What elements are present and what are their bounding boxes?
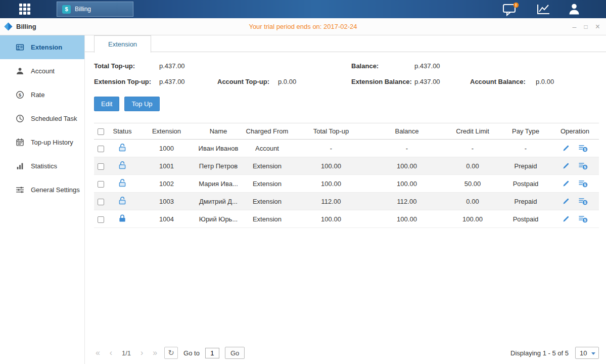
credit-limit: 100.00 [445,215,500,223]
balance: - [369,145,445,152]
row-checkbox[interactable] [98,163,104,170]
window-titlebar: Billing Your trial period ends on: 2017-… [0,18,606,35]
row-checkbox[interactable] [98,146,104,152]
lock-status-icon[interactable] [118,178,127,188]
svg-text:$: $ [584,218,586,222]
goto-page-input[interactable] [205,348,219,358]
lock-status-icon[interactable] [118,196,127,205]
total-topup: 100.00 [293,215,369,223]
charged-from: Account [241,145,293,152]
extension-balance-label: Extension Balance: [351,78,412,85]
balance: 112.00 [369,198,445,205]
next-page-icon[interactable]: › [138,348,146,357]
edit-row-icon[interactable] [562,144,570,152]
account-topup-value: p.0.00 [278,78,296,85]
top-up-row-icon[interactable]: $ [579,162,588,170]
pay-type: Postpaid [500,180,551,188]
trial-notice: Your trial period ends on: 2017-02-24 [0,18,606,35]
charged-from: Extension [241,180,293,188]
svg-text:$: $ [584,147,586,152]
edit-row-icon[interactable] [562,162,570,170]
minimize-icon[interactable]: – [573,23,577,30]
edit-row-icon[interactable] [562,197,570,205]
summary-panel: Total Top-up: p.437.00 Balance: p.437.00… [85,52,606,90]
sidebar-item-general-settings[interactable]: General Settings [0,178,84,202]
sidebar-item-topup-history[interactable]: Top-up History [0,130,84,154]
extension-name: Иван Иванов [196,145,241,152]
row-checkbox[interactable] [98,216,104,223]
edit-row-icon[interactable] [562,179,570,188]
svg-text:!: ! [516,3,517,8]
extension-number: 1004 [137,215,196,223]
go-button[interactable]: Go [225,347,245,359]
extension-number: 1002 [137,180,196,188]
extension-number: 1003 [137,198,196,205]
sidebar-item-label: Scheduled Task [31,115,77,122]
rate-icon: $ [15,90,24,100]
total-topup: - [293,145,369,152]
lock-status-icon[interactable] [118,143,127,152]
first-page-icon[interactable]: « [94,348,102,357]
last-page-icon[interactable]: » [151,348,159,357]
app-tab-label: Billing [75,6,91,13]
extension-name: Мария Ива... [196,180,241,188]
extension-balance-value: p.437.00 [414,78,440,85]
total-topup-label: Total Top-up: [94,62,135,70]
sidebar-item-extension[interactable]: Extension [0,35,84,59]
notifications-icon[interactable]: ! [502,2,519,16]
edit-button[interactable]: Edit [94,97,119,111]
extension-number: 1000 [137,145,196,152]
lock-status-icon[interactable] [118,161,127,170]
total-topup: 100.00 [293,162,369,170]
top-up-row-icon[interactable]: $ [579,197,588,205]
user-account-icon[interactable] [568,3,581,16]
extension-topup-value: p.437.00 [159,78,185,85]
bar-chart-icon [15,162,24,171]
top-up-button[interactable]: Top Up [124,97,159,111]
select-all-checkbox[interactable] [98,128,104,135]
clock-icon [15,114,24,123]
extension-icon [15,43,24,52]
tab-extension[interactable]: Extension [94,35,151,53]
top-up-row-icon[interactable]: $ [579,215,588,223]
credit-limit: 50.00 [445,180,500,188]
app-launcher-icon[interactable] [19,4,30,15]
sidebar: Extension Account $ Rate Scheduled Task [0,35,85,364]
reports-chart-icon[interactable] [536,3,551,15]
edit-row-icon[interactable] [562,215,570,223]
sidebar-item-account[interactable]: Account [0,59,84,83]
close-icon[interactable]: × [595,23,600,31]
pay-type: Prepaid [500,198,551,205]
maximize-icon[interactable]: □ [584,24,587,30]
balance: 100.00 [369,180,445,188]
refresh-icon[interactable]: ↻ [164,347,178,359]
app-tab-billing[interactable]: $ Billing [57,2,133,17]
header-pay-type: Pay Type [500,127,551,135]
prev-page-icon[interactable]: ‹ [107,348,115,357]
row-checkbox[interactable] [98,199,104,205]
sidebar-item-rate[interactable]: $ Rate [0,83,84,107]
sidebar-item-label: General Settings [31,186,80,194]
row-checkbox[interactable] [98,181,104,188]
table-row: 1003 Дмитрий Д... Extension 112.00 112.0… [94,193,599,210]
lock-status-icon[interactable] [118,214,127,223]
sidebar-item-scheduled-task[interactable]: Scheduled Task [0,107,84,130]
page-size-select[interactable]: 10 [575,347,599,359]
table-row: 1002 Мария Ива... Extension 100.00 100.0… [94,175,599,193]
top-up-row-icon[interactable]: $ [579,179,588,188]
pay-type: Prepaid [500,162,551,170]
table-row: 1004 Юрий Юрь... Extension 100.00 100.00… [94,210,599,228]
account-balance-value: p.0.00 [536,78,554,85]
header-operation: Operation [551,127,599,135]
account-balance-label: Account Balance: [470,78,526,85]
balance-value: p.437.00 [414,62,440,70]
sidebar-item-statistics[interactable]: Statistics [0,154,84,178]
extension-name: Петр Петров [196,162,241,170]
page-size-value: 10 [580,349,587,357]
credit-limit: 0.00 [445,198,500,205]
balance: 100.00 [369,162,445,170]
table-header-row: Status Extension Name Charged From Total… [94,123,599,140]
svg-text:$: $ [584,165,586,169]
pagination-bar: « ‹ 1/1 › » ↻ Go to Go Displaying 1 - 5 … [94,346,599,359]
top-up-row-icon[interactable]: $ [579,144,588,152]
